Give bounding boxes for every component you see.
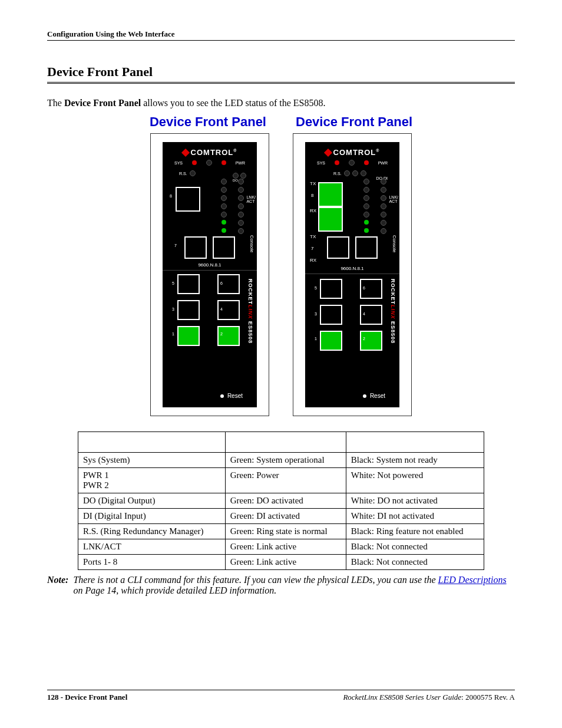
rx-label-8: RX <box>310 208 316 213</box>
di-led <box>240 173 246 179</box>
running-header: Configuration Using the Web Interface <box>47 29 515 41</box>
lnk-act-led-grid <box>359 179 391 234</box>
led-descriptions-link[interactable]: LED Descriptions <box>438 575 507 585</box>
port-8-sfp-rx <box>318 207 343 232</box>
page-footer: 128 - Device Front Panel RocketLinx ES85… <box>47 690 515 702</box>
port-3 <box>320 305 342 325</box>
port-1 <box>320 331 342 351</box>
intro-prefix: The <box>47 98 64 108</box>
port-1 <box>177 326 200 346</box>
note-label: Note: <box>47 575 68 596</box>
sys-label: SYS <box>174 161 183 165</box>
ethernet-port-grid <box>177 274 240 381</box>
reset-button-icon <box>363 394 366 398</box>
led-status-table: Sys (System)Green: System operationalBla… <box>78 431 484 570</box>
col-on <box>225 432 346 453</box>
rs-do-di-row: R.S. <box>333 170 366 176</box>
port-2 <box>360 331 382 351</box>
panel-title-left: Device Front Panel <box>150 114 266 130</box>
device-panels-row: COMTROL® SYS PWR R.S. DODI 8 <box>47 133 515 416</box>
port7-console-row <box>305 236 399 259</box>
ethernet-port-grid <box>320 279 382 386</box>
col-off <box>346 432 484 453</box>
intro-paragraph: The Device Front Panel allows you to see… <box>47 98 515 108</box>
intro-bold: Device Front Panel <box>64 98 141 108</box>
device-panel-left: COMTROL® SYS PWR R.S. DODI 8 <box>150 133 269 416</box>
port-5 <box>320 279 342 299</box>
reset-button-icon <box>220 394 224 398</box>
rs-led <box>190 170 196 176</box>
port7-console-row <box>163 236 257 259</box>
device-front-b: COMTROL® SYS PWR R.S. DO DI TX 8 <box>305 142 399 407</box>
table-row: DO (Digital Output)Green: DO activatedWh… <box>78 493 484 509</box>
sys-pwr-row: SYS PWR <box>174 160 245 166</box>
footer-right: RocketLinx ES8508 Series User Guide: 200… <box>343 693 515 702</box>
sys-pwr-row: SYS PWR <box>317 160 388 166</box>
col-led <box>78 432 226 453</box>
product-name-vertical: ROCKETLINX ES8508 <box>390 279 396 344</box>
logo-diamond-icon <box>181 149 189 157</box>
port-7 <box>184 236 207 259</box>
reset-label: Reset <box>220 393 243 399</box>
table-row: R.S. (Ring Redundancy Manager)Green: Rin… <box>78 524 484 539</box>
pwr2-led <box>206 160 212 166</box>
sys-led <box>192 160 197 165</box>
port7-number-label: 7 <box>174 243 177 248</box>
console-label: Console <box>249 235 254 252</box>
console-port <box>355 236 378 259</box>
port-3 <box>177 300 200 320</box>
panel-titles-row: Device Front Panel Device Front Panel <box>47 114 515 130</box>
intro-suffix: allows you to see the LED status of the … <box>141 98 325 108</box>
footer-left: 128 - Device Front Panel <box>47 693 127 702</box>
port-5 <box>177 274 200 294</box>
do-led <box>233 173 239 179</box>
brand-label: COMTROL® <box>305 148 399 157</box>
pwr1-led <box>222 160 226 165</box>
console-port <box>213 236 235 259</box>
note-body: There is not a CLI command for this feat… <box>73 575 515 596</box>
table-row: Ports 1- 8Green: Link activeBlack: Not c… <box>78 555 484 570</box>
rx-label-7: RX <box>310 258 316 263</box>
port-8-sfp-tx <box>318 182 343 207</box>
port-2 <box>217 326 240 346</box>
brand-label: COMTROL® <box>163 148 257 157</box>
console-label: Console <box>392 235 397 252</box>
reset-label: Reset <box>363 393 385 399</box>
port8-number-label: 8 <box>311 193 313 198</box>
baud-label: 9600.N.8.1 <box>163 262 257 271</box>
table-row: Sys (System)Green: System operationalBla… <box>78 453 484 468</box>
lnk-act-led-grid <box>216 179 249 234</box>
page-title: Device Front Panel <box>47 64 515 80</box>
baud-label: 9600.N.8.1 <box>305 266 399 274</box>
port-8-sfp <box>176 187 200 212</box>
note: Note: There is not a CLI command for thi… <box>47 575 515 596</box>
port-7 <box>327 236 349 259</box>
table-row: DI (Digital Input)Green: DI activatedWhi… <box>78 509 484 524</box>
port8-number-label: 8 <box>170 194 172 198</box>
table-row: PWR 1 PWR 2Green: PowerWhite: Not powere… <box>78 468 484 493</box>
device-panel-right: COMTROL® SYS PWR R.S. DO DI TX 8 <box>293 133 412 416</box>
heading-rule <box>47 82 515 84</box>
rs-label: R.S. <box>179 172 187 176</box>
lnk-act-label: LNK/ ACT <box>389 195 398 203</box>
tx-label-8: TX <box>310 181 316 186</box>
table-row: LNK/ACTGreen: Link activeBlack: Not conn… <box>78 539 484 555</box>
lnk-act-label: LNK/ ACT <box>246 195 256 203</box>
product-name-vertical: ROCKETLINX ES8508 <box>247 279 253 344</box>
pwr-label: PWR <box>236 161 245 165</box>
port7-number-label: 7 <box>311 246 313 251</box>
device-front-a: COMTROL® SYS PWR R.S. DODI 8 <box>163 142 257 407</box>
panel-title-right: Device Front Panel <box>296 114 412 130</box>
rs-row: R.S. <box>179 170 196 176</box>
logo-diamond-icon <box>323 149 332 157</box>
